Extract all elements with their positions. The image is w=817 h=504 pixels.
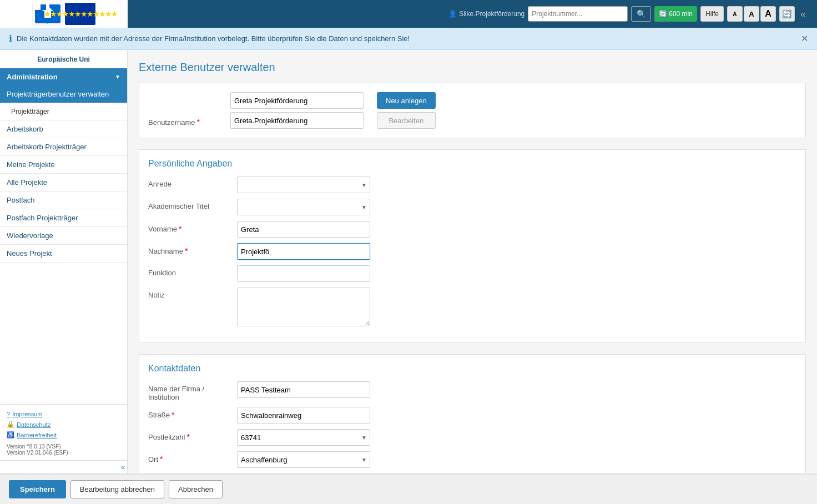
search-button[interactable]: 🔍 (631, 6, 651, 22)
sidebar-item-neues-projekt[interactable]: Neues Projekt (0, 245, 127, 263)
hilfe-button[interactable]: Hilfe (700, 6, 724, 22)
neu-anlegen-button[interactable]: Neu anlegen (377, 92, 436, 109)
anrede-label: Anrede (148, 177, 237, 188)
bearbeiten-button: Bearbeiten (377, 112, 436, 129)
anrede-input[interactable] (237, 177, 370, 193)
vorname-input[interactable] (237, 221, 370, 238)
sidebar-item-postfach[interactable]: Postfach (0, 191, 127, 209)
page-title: Externe Benutzer verwalten (139, 61, 806, 74)
nachname-label: Nachname * (148, 243, 237, 255)
plz-row: Postleitzahl * ▼ (148, 429, 796, 446)
font-large-button[interactable]: A (760, 6, 776, 22)
font-medium-button[interactable]: A (744, 6, 759, 22)
akademischer-label: Akademischer Titel (148, 199, 237, 210)
notiz-row: Notiz (148, 288, 796, 328)
anrede-row: Anrede ▼ (148, 177, 796, 193)
font-small-button[interactable]: A (727, 6, 743, 22)
contact-section-title: Kontaktdaten (148, 364, 796, 374)
firma-label: Name der Firma / Institution (148, 381, 237, 401)
cancel-button[interactable]: Abbrechen (169, 480, 223, 498)
funktion-label: Funktion (148, 265, 237, 277)
info-icon: ℹ (9, 33, 12, 44)
ort-row: Ort * ▼ (148, 451, 796, 468)
eu-logo: ★★★★★★★★★★★★ (65, 3, 95, 25)
ort-input[interactable] (237, 451, 370, 468)
display-name-input[interactable] (230, 92, 364, 109)
sidebar-logo: Europäische Uni (0, 50, 127, 68)
info-banner: ℹ Die Kontaktdaten wurden mit der Adress… (0, 28, 817, 50)
nachname-input[interactable] (237, 243, 370, 260)
plz-label: Postleitzahl * (148, 429, 237, 441)
banner-close-button[interactable]: ✕ (801, 33, 808, 44)
firma-input[interactable] (237, 381, 370, 398)
user-info: 👤 Silke.Projektförderung (448, 10, 525, 18)
sidebar-item-projekttraegerbenutzer[interactable]: Projektträgerbenutzer verwalten (0, 85, 127, 103)
project-number-input[interactable] (528, 6, 628, 22)
refresh-button[interactable]: 🔄 (779, 6, 795, 22)
sidebar-item-wiedervorlage[interactable]: Wiedervorlage (0, 227, 127, 245)
sidebar-section-administration[interactable]: Administration ▼ (0, 68, 127, 85)
sidebar-item-arbeitskorb-projekttraeger[interactable]: Arbeitskorb Projektträger (0, 138, 127, 156)
version-info: Version ^8.0.13 (VSF) Version V2.01.046 … (7, 443, 120, 456)
bottom-bar: Speichern Bearbeitung abbrechen Abbreche… (0, 473, 817, 504)
notiz-input[interactable] (237, 288, 370, 326)
sidebar-item-alle-projekte[interactable]: Alle Projekte (0, 174, 127, 191)
svg-text:Bayern: Bayern (43, 21, 52, 24)
sidebar-item-arbeitskorb[interactable]: Arbeitskorb (0, 120, 127, 138)
sidebar-item-postfach-projekttraeger[interactable]: Postfach Projektträger (0, 209, 127, 227)
akademischer-row: Akademischer Titel ▼ (148, 199, 796, 215)
sidebar-bottom: ? Impressum 🔒 Datenschutz ♿ Barrierefrei… (0, 404, 127, 460)
vorname-label: Vorname * (148, 221, 237, 233)
sidebar-item-projekttraeger[interactable]: Projektträger (0, 103, 127, 120)
sidebar-item-meine-projekte[interactable]: Meine Projekte (0, 156, 127, 174)
notiz-label: Notiz (148, 288, 237, 299)
username-section: Benutzername * Neu anlegen Bearbeiten (139, 83, 806, 138)
save-button[interactable]: Speichern (9, 480, 66, 498)
personal-section-title: Persönliche Angaben (148, 159, 796, 169)
nachname-row: Nachname * (148, 243, 796, 260)
contact-section: Kontaktdaten Name der Firma / Institutio… (139, 354, 806, 473)
username-input[interactable] (230, 112, 364, 129)
vorname-row: Vorname * (148, 221, 796, 238)
barrierefreiheit-link[interactable]: ♿ Barrierefreiheit (7, 430, 120, 440)
ort-label: Ort * (148, 451, 237, 463)
impressum-link[interactable]: ? Impressum (7, 409, 120, 419)
personal-section: Persönliche Angaben Anrede ▼ (139, 149, 806, 343)
sidebar-section-arrow: ▼ (115, 74, 120, 80)
plz-input[interactable] (237, 429, 370, 446)
cancel-edit-button[interactable]: Bearbeitung abbrechen (70, 480, 164, 498)
timer-button[interactable]: 🔄 600 min (654, 6, 697, 22)
firma-row: Name der Firma / Institution (148, 381, 796, 401)
collapse-button[interactable]: « (800, 8, 806, 20)
funktion-row: Funktion (148, 265, 796, 282)
logo-area: Bayern ★★★★★★★★★★★★ (0, 0, 128, 28)
svg-rect-3 (35, 4, 41, 10)
strasse-input[interactable] (237, 407, 370, 424)
akademischer-input[interactable] (237, 199, 370, 215)
content-area: Externe Benutzer verwalten Benutzername (128, 50, 817, 473)
strasse-label: Straße * (148, 407, 237, 419)
funktion-input[interactable] (237, 265, 370, 282)
strasse-row: Straße * (148, 407, 796, 424)
datenschutz-link[interactable]: 🔒 Datenschutz (7, 419, 120, 430)
sidebar: Europäische Uni Administration ▼ Projekt… (0, 50, 128, 473)
sidebar-collapse-button[interactable]: « (121, 463, 125, 471)
